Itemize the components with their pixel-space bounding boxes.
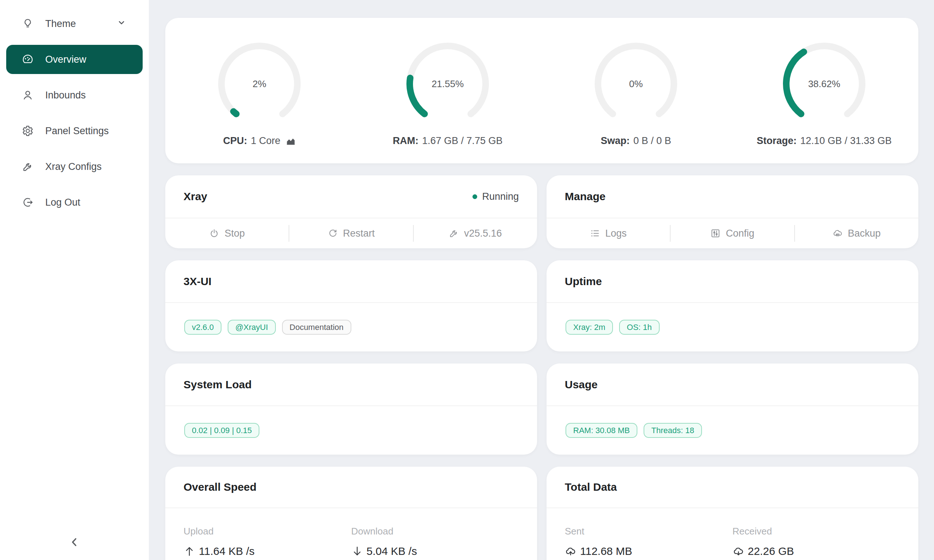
sidebar-item-inbounds[interactable]: Inbounds — [6, 81, 143, 110]
sidebar-item-label: Inbounds — [45, 90, 126, 101]
total-data-card: Total Data Sent 112.68 MB Received 22.26… — [547, 467, 918, 560]
sidebar: Theme Overview Inbounds Panel Settings — [0, 0, 149, 560]
usage-tags: RAM: 30.08 MB Threads: 18 — [547, 406, 918, 455]
overall-speed-card-title: Overall Speed — [183, 481, 256, 493]
usage-card-title: Usage — [565, 378, 598, 391]
config-button[interactable]: Config — [670, 218, 794, 248]
cloud-download-icon — [733, 545, 744, 557]
xray-uptime-tag: Xray: 2m — [566, 320, 613, 335]
manage-card-title: Manage — [565, 190, 606, 203]
swap-label: Swap: 0 B / 0 B — [601, 135, 671, 146]
sidebar-item-logout[interactable]: Log Out — [6, 188, 143, 217]
storage-label: Storage: 12.10 GB / 31.33 GB — [757, 135, 892, 146]
list-icon — [590, 228, 600, 238]
sidebar-item-overview[interactable]: Overview — [6, 45, 143, 74]
backup-button[interactable]: Backup — [795, 218, 918, 248]
logs-button[interactable]: Logs — [547, 218, 670, 248]
sidebar-nav: Theme Overview Inbounds Panel Settings — [0, 0, 149, 217]
xray-card-title: Xray — [183, 190, 207, 203]
dashboard-icon — [22, 54, 34, 65]
gear-icon — [22, 125, 34, 137]
xray-actions: Stop Restart v25.5.16 — [165, 218, 537, 248]
sidebar-item-xray-configs[interactable]: Xray Configs — [6, 152, 143, 181]
xrayui-link-tag[interactable]: @XrayUI — [228, 320, 276, 335]
xray-card: Xray Running Stop Restart — [165, 175, 537, 248]
status-dot-icon — [472, 194, 477, 199]
usage-card: Usage RAM: 30.08 MB Threads: 18 — [547, 363, 918, 455]
total-data-card-title: Total Data — [565, 481, 617, 493]
cloud-upload-icon — [565, 545, 576, 557]
lightbulb-icon — [22, 18, 34, 29]
sidebar-item-panel-settings[interactable]: Panel Settings — [6, 116, 143, 145]
chevron-down-icon — [117, 18, 126, 30]
download-stat: Download 5.04 KB /s — [351, 515, 519, 560]
storage-gauge: 38.62% Storage: 12.10 GB / 31.33 GB — [730, 38, 918, 163]
system-load-card-title: System Load — [183, 378, 252, 391]
user-icon — [22, 89, 34, 101]
total-data-stats: Sent 112.68 MB Received 22.26 GB — [547, 508, 918, 560]
upload-stat: Upload 11.64 KB /s — [183, 515, 351, 560]
arrow-up-icon — [183, 545, 195, 557]
load-average-tag: 0.02 | 0.09 | 0.15 — [184, 423, 259, 438]
threexui-card: 3X-UI v2.6.0 @XrayUI Documentation — [165, 260, 537, 351]
wrench-icon — [449, 228, 459, 238]
ram-percent: 21.55% — [402, 38, 493, 129]
status-text: Running — [482, 191, 519, 202]
arrow-down-icon — [351, 545, 363, 557]
manage-card: Manage Logs Config Backup — [547, 175, 918, 248]
swap-percent: 0% — [590, 38, 681, 129]
sidebar-item-label: Xray Configs — [45, 161, 126, 172]
sidebar-collapse-button[interactable] — [0, 532, 149, 554]
reload-icon — [328, 228, 338, 238]
sent-stat: Sent 112.68 MB — [565, 515, 733, 560]
swap-gauge: 0% Swap: 0 B / 0 B — [542, 38, 730, 163]
chevron-left-icon — [68, 536, 81, 549]
sidebar-item-theme[interactable]: Theme — [6, 9, 143, 38]
threexui-card-title: 3X-UI — [183, 275, 212, 288]
xray-status: Running — [472, 191, 519, 202]
sidebar-item-label: Log Out — [45, 197, 126, 208]
system-load-card: System Load 0.02 | 0.09 | 0.15 — [165, 363, 537, 455]
cpu-percent: 2% — [214, 38, 305, 129]
system-gauges-card: 2% CPU: 1 Core 21.55% RAM: 1.67 GB / 7.7… — [165, 18, 918, 163]
system-load-tags: 0.02 | 0.09 | 0.15 — [165, 406, 537, 455]
cpu-gauge: 2% CPU: 1 Core — [165, 38, 353, 163]
threads-tag: Threads: 18 — [644, 423, 701, 438]
uptime-card-title: Uptime — [565, 275, 602, 288]
cpu-label: CPU: 1 Core — [223, 135, 296, 146]
power-icon — [209, 228, 219, 238]
overall-speed-card: Overall Speed Upload 11.64 KB /s Downloa… — [165, 467, 537, 560]
received-stat: Received 22.26 GB — [733, 515, 900, 560]
ram-label: RAM: 1.67 GB / 7.75 GB — [393, 135, 502, 146]
ram-gauge: 21.55% RAM: 1.67 GB / 7.75 GB — [353, 38, 542, 163]
sidebar-item-label: Panel Settings — [45, 125, 126, 137]
restart-button[interactable]: Restart — [289, 218, 413, 248]
storage-percent: 38.62% — [778, 38, 870, 129]
threexui-tags: v2.6.0 @XrayUI Documentation — [165, 303, 537, 351]
ram-usage-tag: RAM: 30.08 MB — [566, 423, 637, 438]
uptime-card: Uptime Xray: 2m OS: 1h — [547, 260, 918, 351]
logout-icon — [22, 197, 34, 208]
sidebar-item-label: Overview — [45, 54, 126, 65]
stop-button[interactable]: Stop — [165, 218, 288, 248]
uptime-tags: Xray: 2m OS: 1h — [547, 303, 918, 351]
wrench-icon — [22, 161, 34, 172]
documentation-link-tag[interactable]: Documentation — [282, 320, 351, 335]
xray-version-button[interactable]: v25.5.16 — [414, 218, 537, 248]
os-uptime-tag: OS: 1h — [619, 320, 659, 335]
version-tag[interactable]: v2.6.0 — [184, 320, 222, 335]
manage-actions: Logs Config Backup — [547, 218, 918, 248]
cloud-server-icon — [832, 228, 843, 238]
main-content: 2% CPU: 1 Core 21.55% RAM: 1.67 GB / 7.7… — [149, 0, 934, 560]
sliders-icon — [711, 228, 721, 238]
sidebar-item-label: Theme — [45, 18, 105, 29]
overall-speed-stats: Upload 11.64 KB /s Download 5.04 KB /s — [165, 508, 537, 560]
area-chart-icon[interactable] — [284, 136, 296, 146]
